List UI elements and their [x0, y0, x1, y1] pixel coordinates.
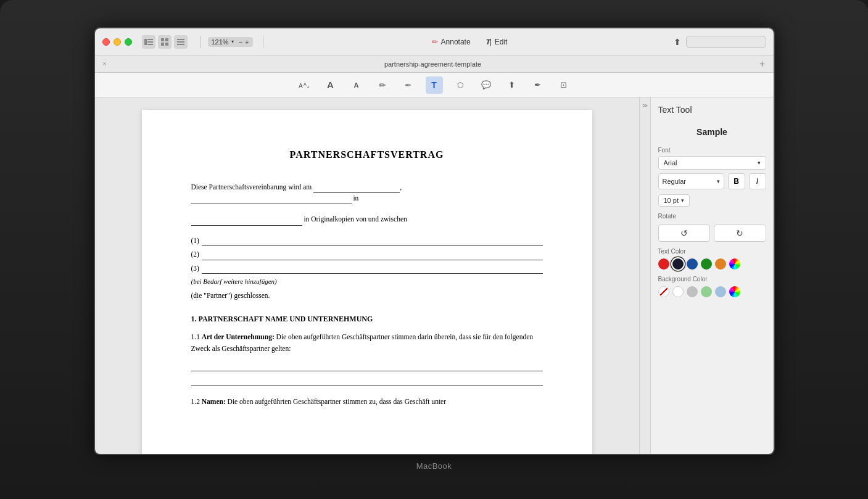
bg-color-label: Background Color — [658, 276, 766, 282]
bold-button[interactable]: B — [728, 173, 745, 189]
toolbar: A A A A A ✏ ✒ T ⬡ — [95, 73, 774, 97]
bold-icon: B — [734, 177, 739, 186]
panel-sample-text: Sample — [658, 127, 766, 137]
text-color-orange[interactable] — [715, 258, 726, 270]
text-size-tool[interactable]: A A A — [296, 76, 313, 94]
svg-rect-6 — [161, 43, 164, 46]
zoom-minus-btn[interactable]: − — [239, 38, 242, 46]
cursor-icon: 𝙏| — [486, 38, 492, 46]
text-color-red[interactable] — [658, 258, 669, 270]
edit-label: Edit — [495, 38, 508, 46]
panel-content: Text Tool Sample Font Arial ▾ Regular — [651, 97, 774, 454]
separator — [200, 36, 200, 48]
minimize-button[interactable] — [114, 38, 121, 46]
document-intro: Diese Partnerschaftsvereinbarung wird am… — [191, 181, 543, 204]
text-insert-icon: T — [431, 80, 437, 90]
section12-bold: Namen: — [202, 398, 226, 405]
panel-title: Text Tool — [658, 105, 766, 120]
shape-icon: ⬡ — [457, 81, 463, 89]
panel-toggle-button[interactable]: ≫ — [639, 97, 650, 454]
zoom-plus-btn[interactable]: + — [245, 38, 249, 46]
text-small-icon: A — [354, 81, 359, 89]
partners-section: (1) (2) (3) (bei Bedarf weitere hinzufüg… — [191, 235, 543, 301]
text-insert-tool[interactable]: T — [426, 76, 443, 94]
bg-color-light-green[interactable] — [701, 286, 712, 297]
rotate-right-button[interactable]: ↻ — [714, 225, 766, 242]
signature-tool[interactable]: ✒ — [529, 76, 547, 94]
tabbar: × partnership-agreement-template + — [95, 56, 774, 73]
strip-view-icon[interactable] — [174, 35, 188, 49]
font-size-control[interactable]: 10 pt ▾ — [658, 194, 690, 207]
font-size-dropdown-icon: ▾ — [681, 197, 684, 204]
laptop-screen: 121% ▾ − + ✏ Annotate 𝙏| Edit ⬆ 🔍 — [95, 28, 774, 454]
traffic-lights — [102, 38, 132, 46]
svg-text:A: A — [304, 82, 307, 86]
partner-line-2: (2) — [191, 249, 543, 260]
right-panel: Text Tool Sample Font Arial ▾ Regular — [650, 97, 774, 454]
svg-rect-7 — [165, 43, 168, 46]
svg-rect-10 — [177, 44, 184, 45]
pencil-icon: ✏ — [432, 38, 438, 46]
sidebar-toggle-icon[interactable] — [142, 35, 155, 49]
search-input[interactable] — [686, 36, 766, 48]
font-select-dropdown[interactable]: Arial ▾ — [658, 156, 766, 170]
text-small-tool[interactable]: A — [348, 76, 365, 94]
tab-close-button[interactable]: × — [100, 59, 110, 69]
new-tab-button[interactable]: + — [756, 58, 769, 70]
close-button[interactable] — [102, 38, 110, 46]
stamp-tool[interactable]: ⬆ — [503, 76, 521, 94]
macbook-label: MacBook — [416, 461, 452, 471]
text-color-green[interactable] — [701, 258, 712, 270]
text-large-icon: A — [327, 80, 334, 90]
maximize-button[interactable] — [125, 38, 132, 46]
grid-view-icon[interactable] — [158, 35, 172, 49]
partner-line-1: (1) — [191, 235, 543, 246]
bg-color-light-blue[interactable] — [715, 286, 726, 297]
zoom-control[interactable]: 121% ▾ − + — [208, 37, 253, 47]
pencil-draw-icon: ✏ — [379, 80, 386, 90]
crop-tool[interactable]: ⊡ — [555, 76, 572, 94]
bg-color-white[interactable] — [672, 286, 684, 297]
svg-rect-1 — [147, 39, 153, 40]
shape-draw-tool[interactable]: ⬡ — [452, 76, 469, 94]
font-dropdown-icon: ▾ — [758, 160, 761, 166]
bg-color-multicolor[interactable] — [729, 286, 740, 297]
font-size-row: 10 pt ▾ — [658, 194, 766, 207]
font-value: Arial — [664, 159, 677, 167]
svg-rect-8 — [177, 39, 184, 40]
blank-line-1 — [191, 361, 543, 371]
rotate-label: Rotate — [658, 213, 766, 220]
search-wrapper: 🔍 — [686, 36, 766, 48]
partners-note: (bei Bedarf weitere hinzufügen) — [191, 276, 543, 287]
rotate-left-button[interactable]: ↺ — [658, 225, 711, 242]
pencil-draw-tool[interactable]: ✏ — [374, 76, 391, 94]
document-area[interactable]: PARTNERSCHAFTSVERTRAG Diese Partnerschaf… — [95, 97, 639, 454]
share-icon[interactable]: ⬆ — [674, 37, 681, 47]
highlight-draw-tool[interactable]: ✒ — [400, 76, 417, 94]
bg-color-gray[interactable] — [687, 286, 698, 297]
zoom-level: 121% — [212, 38, 229, 46]
italic-button[interactable]: I — [749, 173, 766, 189]
font-size-value: 10 pt — [664, 197, 679, 204]
svg-rect-9 — [177, 41, 184, 43]
svg-rect-0 — [144, 39, 147, 45]
section11-bold: Art der Unternehmung: — [202, 333, 275, 340]
text-color-multicolor[interactable] — [729, 258, 740, 270]
section12-paragraph: 1.2 Namen: Die oben aufgeführten Geschäf… — [191, 396, 543, 407]
italic-icon: I — [756, 177, 758, 186]
document-intro2: in Originalkopien von und zwischen — [191, 213, 543, 225]
text-color-blue[interactable] — [687, 258, 698, 270]
bg-color-transparent[interactable] — [658, 286, 669, 297]
edit-button[interactable]: 𝙏| Edit — [486, 38, 508, 46]
svg-rect-2 — [147, 41, 153, 43]
font-label: Font — [658, 147, 766, 154]
annotate-button[interactable]: ✏ Annotate — [432, 38, 471, 46]
section11-label: 1.1 — [191, 333, 200, 340]
section12-text: Die oben aufgeführten Geschäftspartner s… — [228, 398, 446, 405]
text-large-tool[interactable]: A — [322, 76, 339, 94]
font-style-row: Regular ▾ B I — [658, 173, 766, 189]
text-color-black[interactable] — [672, 258, 684, 270]
comment-tool[interactable]: 💬 — [477, 76, 495, 94]
document-page: PARTNERSCHAFTSVERTRAG Diese Partnerschaf… — [142, 110, 592, 454]
font-style-dropdown[interactable]: Regular ▾ — [658, 173, 724, 189]
